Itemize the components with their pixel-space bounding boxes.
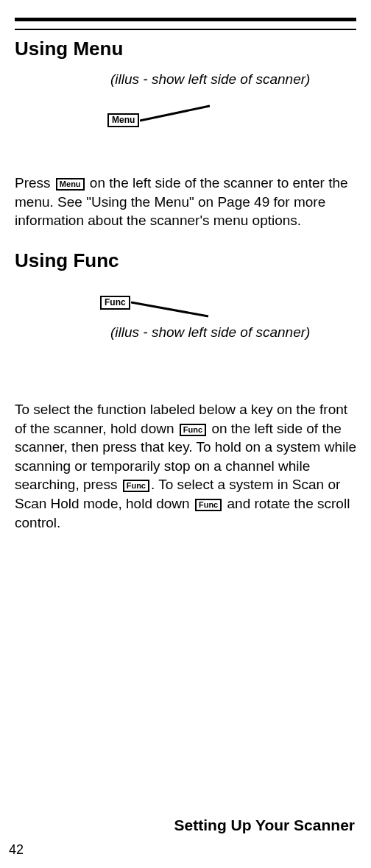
section-heading-using-func: Using Func (15, 249, 356, 272)
svg-line-1 (131, 302, 208, 316)
svg-line-0 (140, 106, 210, 121)
pointer-line-menu (140, 104, 213, 127)
func-key-label: Func (100, 296, 130, 310)
section-heading-using-menu: Using Menu (15, 38, 356, 60)
illustration-caption-menu: (illus - show left side of scanner) (110, 71, 310, 89)
func-key-inline-1: Func (180, 424, 206, 436)
horizontal-rule-thick (15, 18, 356, 21)
illustration-block-func: Func (illus - show left side of scanner) (15, 282, 356, 385)
footer-chapter-title: Setting Up Your Scanner (174, 817, 355, 834)
func-key-inline-3: Func (195, 499, 222, 511)
func-key-inline-2: Func (123, 480, 149, 492)
paragraph-using-func: To select the function labeled below a k… (15, 400, 356, 532)
menu-key-inline: Menu (56, 178, 85, 191)
menu-key-label: Menu (107, 113, 139, 127)
horizontal-rule-thin (15, 29, 356, 30)
illustration-caption-func: (illus - show left side of scanner) (110, 324, 310, 342)
pointer-line-func (131, 299, 212, 321)
text-fragment: Press (15, 175, 54, 191)
page-number: 42 (9, 842, 24, 858)
paragraph-using-menu: Press Menu on the left side of the scann… (15, 174, 356, 230)
illustration-block-menu: (illus - show left side of scanner) Menu (15, 71, 356, 159)
